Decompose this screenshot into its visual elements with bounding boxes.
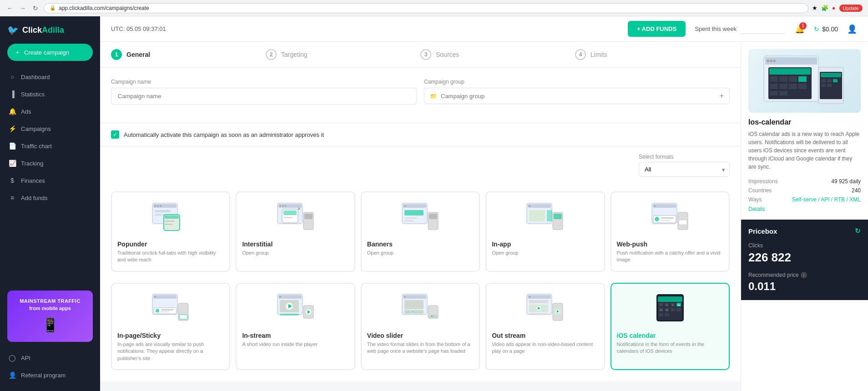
step-4-number: 4 — [575, 49, 586, 60]
campaign-name-input[interactable] — [111, 88, 417, 105]
sidebar: 🐦 ClickAdilla ＋ Create campaign ○ Dashbo… — [0, 16, 100, 391]
svg-rect-129 — [833, 79, 838, 82]
step-2-number: 2 — [266, 49, 277, 60]
step-1-number: 1 — [111, 49, 122, 60]
svg-point-32 — [529, 205, 530, 207]
format-card-instream[interactable]: In-stream A short video run inside the p… — [236, 283, 355, 370]
right-panel: Ios-calendar iOS calendar ads is a new w… — [741, 42, 868, 391]
create-campaign-button[interactable]: ＋ Create campaign — [7, 44, 93, 61]
video-slider-name: Video slider — [367, 332, 474, 339]
promo-phone-image: 📱 — [15, 316, 86, 335]
format-card-interstitial[interactable]: ✕ Interstitial Open group — [236, 191, 355, 272]
svg-rect-47 — [153, 295, 177, 299]
refresh-balance-icon[interactable]: ↻ — [814, 25, 819, 33]
sidebar-item-tracking[interactable]: 📈 Tracking — [0, 155, 100, 172]
forward-button[interactable]: → — [18, 4, 27, 13]
svg-rect-10 — [165, 224, 173, 225]
svg-rect-52 — [161, 311, 169, 312]
extensions-icon[interactable]: 🧩 — [821, 5, 828, 11]
bookmark-icon[interactable]: ★ — [812, 5, 818, 11]
preview-image — [748, 49, 861, 113]
sidebar-item-referral[interactable]: 👤 Referral program — [0, 366, 100, 384]
svg-rect-27 — [404, 220, 414, 221]
webpush-name: Web-push — [617, 241, 723, 248]
svg-rect-9 — [165, 221, 175, 222]
sidebar-item-campaigns[interactable]: ⚡ Campaigns — [0, 120, 100, 137]
user-settings-icon[interactable]: 👤 — [847, 24, 857, 34]
pricebox-refresh-icon[interactable]: ↻ — [855, 227, 861, 235]
stat-row-countries: Countries 240 — [748, 187, 861, 194]
plus-icon: ＋ — [15, 48, 20, 56]
svg-rect-38 — [653, 204, 676, 208]
back-button[interactable]: ← — [5, 4, 15, 13]
clicks-value: 226 822 — [748, 251, 861, 265]
format-card-inpage[interactable]: In-page/Sticky In-page ads are visually … — [111, 283, 230, 370]
sidebar-item-dashboard[interactable]: ○ Dashboard — [0, 68, 100, 85]
svg-rect-42 — [661, 217, 674, 219]
format-card-banners[interactable]: Banners Open group — [361, 191, 480, 272]
stat-row-impressions: Impressions 49 925 daily — [748, 178, 861, 185]
svg-rect-26 — [404, 217, 417, 219]
browser-actions: ★ 🧩 ● Update — [812, 5, 863, 12]
format-card-webpush[interactable]: Web-push Push notification with a catchy… — [611, 191, 730, 272]
sidebar-promo-banner: MAINSTREAM TRAFFIC from mobile apps 📱 — [7, 291, 93, 342]
campaign-group-field: Campaign group 📁 + — [424, 79, 730, 105]
svg-point-13 — [279, 205, 281, 207]
popunder-icon — [117, 200, 224, 236]
stat-row-ways: Ways Self-serve / API / RTB / XML — [748, 196, 861, 203]
profile-icon[interactable]: ● — [832, 5, 836, 11]
format-card-outstream[interactable]: Out stream Video ads appear in non-video… — [485, 283, 605, 370]
campaign-group-input[interactable]: 📁 + — [424, 88, 730, 104]
webpush-desc: Push notification with a catchy offer an… — [617, 250, 723, 264]
campaign-name-group: Campaign name — [111, 79, 417, 105]
spent-week-input[interactable] — [740, 25, 786, 34]
outstream-desc: Video ads appear in non-video-based cont… — [492, 341, 598, 355]
sidebar-item-traffic-chart[interactable]: 📄 Traffic chart — [0, 137, 100, 155]
auto-activate-row: ✓ Automatically activate this campaign a… — [100, 123, 741, 146]
sidebar-item-add-funds[interactable]: ≡ Add funds — [0, 189, 100, 206]
svg-rect-99 — [659, 313, 663, 316]
svg-rect-61 — [280, 314, 299, 316]
add-group-button[interactable]: + — [720, 92, 724, 100]
svg-rect-45 — [679, 220, 687, 225]
svg-rect-29 — [429, 214, 437, 219]
svg-point-15 — [285, 205, 287, 207]
interstitial-desc: Open group — [242, 250, 348, 256]
step-limits: 4 Limits — [575, 49, 730, 60]
interstitial-name: Interstitial — [242, 241, 348, 248]
format-card-ios-calendar[interactable]: 7 8 9 10 14 15 iOS calendar Notification… — [611, 283, 730, 370]
logo-icon: 🐦 — [7, 25, 19, 35]
update-button[interactable]: Update — [839, 5, 863, 12]
format-grid-row1: Popunder Traditional onclick full-tabs w… — [100, 191, 741, 283]
details-link[interactable]: Details — [748, 206, 765, 212]
select-formats-label: Select formats — [639, 154, 730, 160]
sidebar-item-finances[interactable]: $ Finances — [0, 172, 100, 189]
add-funds-button[interactable]: + ADD FUNDS — [628, 21, 686, 37]
sidebar-item-ads[interactable]: 🔔 Ads — [0, 103, 100, 120]
sidebar-item-statistics[interactable]: ▐ Statistics — [0, 85, 100, 103]
svg-point-50 — [156, 309, 159, 313]
format-card-popunder[interactable]: Popunder Traditional onclick full-tabs w… — [111, 191, 230, 272]
inapp-desc: Open group — [492, 250, 598, 256]
banners-name: Banners — [367, 241, 474, 248]
ios-calendar-icon: 7 8 9 10 14 15 — [617, 291, 723, 327]
svg-rect-54 — [179, 315, 187, 319]
format-card-inapp[interactable]: In-app Open group — [485, 191, 605, 272]
svg-rect-116 — [789, 76, 797, 82]
format-select-dropdown[interactable]: All Popunder Interstitial Banners — [639, 162, 730, 177]
header-actions: + ADD FUNDS Spent this week 🔔 1 ↻ $0.00 … — [628, 21, 857, 37]
svg-text:15: 15 — [666, 309, 668, 311]
app-layout: 🐦 ClickAdilla ＋ Create campaign ○ Dashbo… — [0, 16, 868, 391]
auto-activate-checkbox[interactable]: ✓ — [111, 130, 119, 139]
svg-text:9: 9 — [672, 304, 673, 306]
svg-text:14: 14 — [660, 309, 662, 311]
format-select-group: Select formats All Popunder Interstitial… — [639, 154, 730, 177]
campaign-name-label: Campaign name — [111, 79, 417, 85]
format-card-video-slider[interactable]: Video slider The video format slides in … — [361, 283, 480, 370]
notification-button[interactable]: 🔔 1 — [795, 24, 805, 34]
svg-point-111 — [773, 60, 776, 62]
campaign-group-text-input[interactable] — [441, 93, 716, 100]
refresh-button[interactable]: ↻ — [31, 4, 40, 13]
sidebar-item-api[interactable]: ◯ API — [0, 349, 100, 366]
svg-text:✕: ✕ — [297, 207, 300, 211]
